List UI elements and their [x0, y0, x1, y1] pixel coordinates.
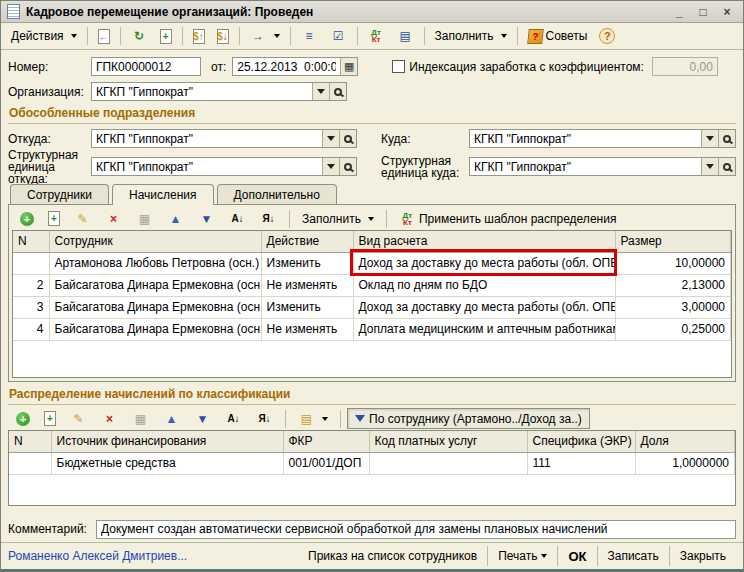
tips-button[interactable]: ? Советы	[522, 26, 594, 47]
cell-employee[interactable]: Байсагатова Динара Ермековна (осн.)	[49, 318, 261, 340]
add-row-button[interactable]: +	[14, 209, 40, 229]
date-input[interactable]	[233, 58, 340, 75]
struct-from-input[interactable]	[92, 158, 322, 175]
table-row[interactable]: 3 Байсагатова Динара Ермековна (осн.) Из…	[13, 296, 731, 318]
tab-accruals[interactable]: Начисления	[112, 184, 214, 205]
comment-field[interactable]	[96, 520, 736, 539]
number-field[interactable]	[91, 57, 201, 76]
cell-source[interactable]: Бюджетные средства	[51, 452, 283, 474]
print-button[interactable]: Печать	[487, 546, 557, 566]
to-dropdown-button[interactable]	[701, 130, 718, 147]
refresh-button[interactable]: ↻	[125, 25, 154, 48]
organization-dropdown-button[interactable]	[312, 83, 329, 100]
to-search-button[interactable]	[718, 130, 735, 147]
date-field[interactable]: ▦	[232, 57, 358, 76]
order-list-button[interactable]: Приказ на список сотрудников	[298, 546, 487, 566]
column-header-n[interactable]: N	[13, 231, 49, 252]
unpost-document-button[interactable]: $↓	[211, 26, 235, 47]
cell-amount[interactable]: 10,00000	[615, 252, 731, 274]
sort-asc-button[interactable]: А↓	[219, 407, 248, 430]
from-dropdown-button[interactable]	[322, 130, 339, 147]
cell-calc-type[interactable]: Доход за доставку до места работы (обл. …	[353, 252, 615, 274]
minimize-button[interactable]: _	[669, 4, 689, 20]
table-row[interactable]: 1 Артамонова Любовь Петровна (осн.) Изме…	[13, 252, 731, 274]
column-header-n[interactable]: N	[9, 431, 51, 452]
cell-employee[interactable]: Байсагатова Динара Ермековна (осн.)	[49, 274, 261, 296]
close-button[interactable]: ×	[717, 4, 737, 20]
column-header-paid-code[interactable]: Код платных услуг	[369, 431, 527, 452]
cell-calc-type[interactable]: Оклад по дням по БДО	[353, 274, 615, 296]
organization-search-button[interactable]	[329, 83, 346, 100]
ok-button[interactable]: ОК	[557, 546, 596, 566]
organization-field[interactable]	[91, 82, 347, 101]
cell-calc-type[interactable]: Доход за доставку до места работы (обл. …	[353, 296, 615, 318]
apply-template-button[interactable]: ДтКт Применить шаблон распределения	[393, 209, 622, 229]
post-document-button[interactable]: $↑	[187, 26, 211, 47]
struct-to-input[interactable]	[470, 158, 701, 175]
cell-row-number[interactable]: 1	[13, 252, 49, 274]
cell-row-number[interactable]: 4	[13, 318, 49, 340]
calendar-button[interactable]: ▦	[340, 58, 357, 75]
table-row[interactable]: 4 Байсагатова Динара Ермековна (осн.) Не…	[13, 318, 731, 340]
to-field[interactable]	[469, 129, 736, 148]
from-search-button[interactable]	[339, 130, 356, 147]
journal-button[interactable]: ▤	[391, 25, 420, 48]
cell-share[interactable]: 1,0000000	[635, 452, 735, 474]
tab-employees[interactable]: Сотрудники	[10, 184, 109, 204]
edit-row-button[interactable]: ✎	[64, 407, 93, 430]
sort-desc-button[interactable]: Я↓	[254, 207, 283, 230]
comment-input[interactable]	[97, 521, 735, 538]
fill-table-button[interactable]: Заполнить	[296, 209, 380, 229]
sort-desc-button[interactable]: Я↓	[250, 407, 279, 430]
cell-action[interactable]: Не изменять	[261, 274, 353, 296]
cell-ekr[interactable]: 111	[527, 452, 635, 474]
column-header-employee[interactable]: Сотрудник	[49, 231, 261, 252]
delete-row-button[interactable]: ×	[99, 207, 128, 230]
organization-input[interactable]	[92, 83, 312, 100]
go-to-button[interactable]: →	[244, 25, 286, 48]
copy-row-button[interactable]: +	[42, 208, 66, 229]
table-row[interactable]: 2 Байсагатова Динара Ермековна (осн.) Не…	[13, 274, 731, 296]
number-input[interactable]	[92, 58, 200, 75]
column-header-share[interactable]: Доля	[635, 431, 735, 452]
cell-amount[interactable]: 2,13000	[615, 274, 731, 296]
cell-amount[interactable]: 0,25000	[615, 318, 731, 340]
sort-asc-button[interactable]: А↓	[223, 207, 252, 230]
write-document-button[interactable]: ←	[92, 26, 116, 47]
struct-to-dropdown-button[interactable]	[701, 158, 718, 175]
classifier-menu-button[interactable]: ▤	[292, 407, 334, 430]
maximize-button[interactable]: □	[693, 4, 713, 20]
struct-to-search-button[interactable]	[718, 158, 735, 175]
cell-paid-code[interactable]	[369, 452, 527, 474]
postings-button[interactable]: ДтКт	[362, 26, 391, 46]
struct-from-field[interactable]	[91, 157, 357, 176]
edit-row-button[interactable]: ✎	[68, 207, 97, 230]
indexation-checkbox[interactable]	[392, 60, 405, 73]
close-button-footer[interactable]: Закрыть	[669, 546, 736, 566]
cell-fkr[interactable]: 001/001/ДОП	[283, 452, 369, 474]
from-input[interactable]	[92, 130, 322, 147]
cell-employee[interactable]: Байсагатова Динара Ермековна (осн.)	[49, 296, 261, 318]
struct-to-field[interactable]	[469, 157, 736, 176]
setup-button[interactable]: ☑	[324, 25, 353, 48]
cell-action[interactable]: Изменить	[261, 252, 353, 274]
column-header-action[interactable]: Действие	[261, 231, 353, 252]
help-button[interactable]: ?	[593, 25, 621, 47]
move-down-button[interactable]: ▼	[188, 407, 217, 430]
move-down-button[interactable]: ▼	[192, 207, 221, 230]
actions-menu-button[interactable]: Действия	[5, 26, 83, 46]
cell-calc-type[interactable]: Доплата медицинским и аптечным работника…	[353, 318, 615, 340]
end-edit-button[interactable]: ▦	[126, 407, 155, 430]
from-field[interactable]	[91, 129, 357, 148]
list-settings-button[interactable]: ≡	[295, 25, 324, 48]
cell-row-number[interactable]: 3	[13, 296, 49, 318]
cell-amount[interactable]: 3,00000	[615, 296, 731, 318]
cell-action[interactable]: Не изменять	[261, 318, 353, 340]
column-header-calc-type[interactable]: Вид расчета	[353, 231, 615, 252]
responsible-person-link[interactable]: Романенко Алексей Дмитриев...	[8, 549, 298, 563]
column-header-amount[interactable]: Размер	[615, 231, 731, 252]
cell-employee[interactable]: Артамонова Любовь Петровна (осн.)	[49, 252, 261, 274]
by-employee-filter-toggle[interactable]: По сотруднику (Артамоно../Доход за..)	[347, 408, 590, 429]
copy-document-button[interactable]: +	[154, 26, 178, 47]
to-input[interactable]	[470, 130, 701, 147]
